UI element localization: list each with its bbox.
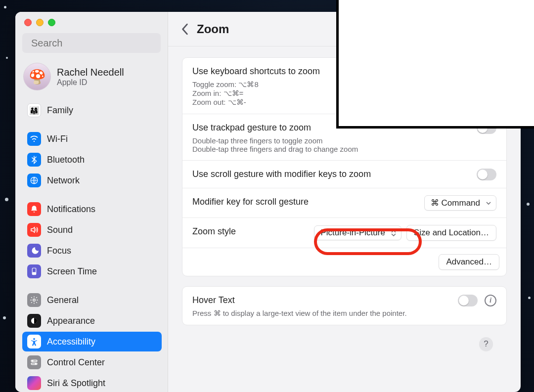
row-zoom-style: Zoom style Picture-in-Picture Size and L… (182, 218, 506, 248)
size-location-button[interactable]: Size and Location… (406, 225, 496, 241)
row-advanced: Advanced… (182, 248, 506, 276)
sidebar-item-label: Appearance (47, 316, 95, 326)
sidebar-item-siri[interactable]: Siri & Spotlight (22, 373, 162, 392)
sidebar-item-label: Screen Time (47, 266, 97, 277)
modifier-key-select[interactable]: ⌘ Command (424, 195, 496, 211)
sidebar-item-network[interactable]: Network (22, 171, 162, 190)
zoom-style-select[interactable]: Picture-in-Picture (314, 225, 401, 240)
sidebar-item-focus[interactable]: Focus (22, 241, 162, 261)
page-title: Zoom (197, 22, 229, 36)
sidebar-item-appearance[interactable]: Appearance (22, 311, 162, 331)
profile-name: Rachel Needell (57, 67, 124, 78)
sidebar-item-family[interactable]: 👨‍👩‍👧 Family (22, 100, 162, 120)
sidebar-scroll[interactable]: 🍄 Rachel Needell Apple ID 👨‍👩‍👧 Family W… (15, 58, 168, 392)
row-label: Zoom style (192, 225, 306, 238)
row-modifier-key: Modifier key for scroll gesture ⌘ Comman… (182, 188, 506, 218)
sidebar-item-label: General (47, 295, 79, 305)
wifi-icon (27, 132, 41, 146)
svg-point-11 (35, 363, 37, 365)
svg-point-9 (32, 360, 34, 362)
controlcenter-icon (27, 355, 41, 369)
sidebar-item-sound[interactable]: Sound (22, 220, 162, 240)
sidebar-item-label: Siri & Spotlight (47, 378, 105, 389)
chevron-updown-icon (389, 228, 398, 237)
bluetooth-icon (27, 153, 41, 167)
help-button[interactable]: ? (479, 337, 493, 351)
chevron-down-icon (484, 199, 493, 208)
row-label: Hover Text (192, 294, 450, 307)
select-value: Picture-in-Picture (320, 228, 385, 238)
gear-icon (27, 293, 41, 307)
row-scroll-gesture: Use scroll gesture with modifier keys to… (182, 160, 506, 188)
family-icon: 👨‍👩‍👧 (27, 103, 41, 117)
sidebar-item-bluetooth[interactable]: Bluetooth (22, 150, 162, 170)
advanced-button[interactable]: Advanced… (439, 254, 499, 270)
sidebar-item-label: Wi-Fi (47, 134, 68, 144)
row-label: Use scroll gesture with modifier keys to… (192, 168, 469, 181)
apple-id-profile[interactable]: 🍄 Rachel Needell Apple ID (22, 61, 165, 99)
appearance-icon (27, 314, 41, 328)
network-icon (27, 174, 41, 187)
profile-subtitle: Apple ID (57, 78, 124, 87)
toggle-scroll-gesture[interactable] (477, 169, 496, 180)
row-sublabel: Press ⌘ to display a large-text view of … (192, 309, 450, 318)
sidebar-item-label: Family (47, 105, 73, 116)
sidebar-item-notifications[interactable]: Notifications (22, 199, 162, 219)
row-hover-text: Hover Text Press ⌘ to display a large-te… (182, 287, 506, 325)
info-icon[interactable]: i (485, 295, 496, 306)
sidebar-item-label: Focus (47, 246, 71, 256)
search-field[interactable] (22, 33, 161, 53)
sidebar-item-label: Sound (47, 225, 73, 235)
focus-icon (27, 244, 41, 258)
svg-point-5 (33, 299, 36, 302)
minimize-icon[interactable] (36, 19, 44, 26)
hover-text-panel: Hover Text Press ⌘ to display a large-te… (182, 286, 507, 325)
notifications-icon (27, 202, 41, 216)
toggle-hover-text[interactable] (458, 295, 478, 306)
back-button[interactable] (180, 22, 190, 36)
svg-point-7 (34, 338, 35, 340)
select-value: ⌘ Command (431, 198, 480, 208)
sidebar-item-wifi[interactable]: Wi-Fi (22, 129, 162, 149)
sidebar-item-controlcenter[interactable]: Control Center (22, 352, 162, 372)
screentime-icon (27, 264, 41, 278)
sidebar-item-label: Notifications (47, 204, 95, 215)
annotation-callout-box (336, 0, 534, 129)
row-sublabel: Double-tap three fingers to toggle zoom … (192, 136, 469, 153)
sidebar-item-label: Bluetooth (47, 155, 85, 165)
avatar: 🍄 (23, 63, 51, 90)
sound-icon (27, 223, 41, 237)
sidebar-item-accessibility[interactable]: Accessibility (22, 332, 162, 351)
sidebar-item-label: Network (47, 175, 80, 186)
accessibility-icon (27, 335, 41, 348)
search-input[interactable] (31, 38, 156, 49)
sidebar: 🍄 Rachel Needell Apple ID 👨‍👩‍👧 Family W… (15, 12, 168, 392)
sidebar-item-screentime[interactable]: Screen Time (22, 261, 162, 281)
window-controls (15, 19, 168, 33)
sidebar-item-label: Control Center (47, 357, 105, 368)
fullscreen-icon[interactable] (48, 19, 55, 26)
close-icon[interactable] (24, 19, 32, 26)
sidebar-item-label: Accessibility (47, 337, 95, 347)
sidebar-item-general[interactable]: General (22, 290, 162, 310)
svg-rect-4 (32, 272, 36, 275)
row-label: Modifier key for scroll gesture (192, 195, 416, 209)
siri-icon (27, 376, 41, 390)
